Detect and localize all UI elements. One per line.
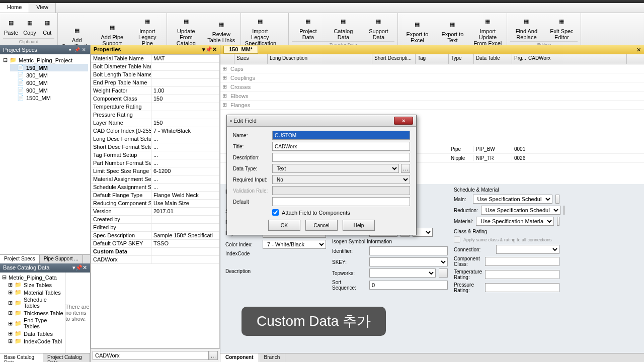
prop-row[interactable]: Part Number Format Setu...: [91, 159, 219, 167]
prop-row[interactable]: Long Desc Format Setup...: [91, 135, 219, 143]
group-row-Crosses[interactable]: ⊞Crosses: [220, 82, 644, 92]
prop-row[interactable]: Component Class150: [91, 95, 219, 103]
ribbon-copy[interactable]: ▦Copy: [22, 16, 37, 37]
group-row-Flanges[interactable]: ⊞Flanges: [220, 101, 644, 110]
spec-300_MM[interactable]: 📄300_MM: [10, 71, 88, 79]
col-header[interactable]: CADWorx: [526, 54, 627, 64]
ribbon-find-and-replace[interactable]: ▦Find And Replace: [510, 14, 542, 41]
attach-field-checkbox[interactable]: [272, 209, 279, 216]
color-index-select[interactable]: 7 - White/Black: [263, 240, 326, 249]
bc-close-icon[interactable]: ✕: [83, 264, 87, 270]
bc-Data-Tables[interactable]: ⊞📁Data Tables: [1, 330, 64, 337]
bc-Schedule-Tables[interactable]: ⊞📁Schedule Tables: [1, 296, 64, 309]
col-header[interactable]: Data Table: [474, 54, 512, 64]
press-rating-input[interactable]: [485, 283, 559, 292]
prop-row[interactable]: Bolt Length Table Name: [91, 71, 219, 79]
col-header[interactable]: Short Descripti...: [372, 54, 416, 64]
base-catalog-tree[interactable]: ⊟ Metric_Piping_Cata ⊞📁Size Tables⊞📁Mate…: [0, 273, 65, 353]
col-header[interactable]: Sizes: [234, 54, 268, 64]
group-row-Elbows[interactable]: ⊞Elbows: [220, 92, 644, 101]
bc-Size-Tables[interactable]: ⊞📁Size Tables: [1, 281, 64, 289]
prop-row[interactable]: Tag Format Setup...: [91, 151, 219, 159]
ribbon-exit-spec-editor[interactable]: ▦Exit Spec Editor: [545, 14, 578, 41]
footer-tab-component[interactable]: Component: [220, 353, 259, 362]
props-close-icon[interactable]: ✕: [212, 46, 217, 52]
prop-row[interactable]: Default OTAP SKEYTSSO: [91, 240, 219, 248]
prop-row[interactable]: Edited by: [91, 224, 219, 232]
bc-tab-1[interactable]: Project Catalog Data: [43, 353, 90, 362]
description-input[interactable]: [272, 153, 410, 162]
spec-600_MM[interactable]: 📄600_MM: [10, 79, 88, 86]
bc-root[interactable]: ⊟ Metric_Piping_Cata: [1, 274, 64, 281]
spec-1500_MM[interactable]: 📄1500_MM: [10, 94, 88, 102]
prop-row[interactable]: Version2017.01: [91, 208, 219, 216]
prop-row[interactable]: End Prep Table Name: [91, 79, 219, 87]
prop-row[interactable]: Reducing Component SizUse Main Size: [91, 200, 219, 208]
name-input[interactable]: [272, 131, 410, 140]
required-input-select[interactable]: No: [272, 175, 410, 184]
main-btn[interactable]: [555, 195, 559, 204]
spec-150_MM[interactable]: 📄150_MM: [10, 64, 88, 71]
ribbon-export-to-excel[interactable]: ▦Export to Excel: [401, 17, 433, 44]
bc-pin-icon[interactable]: 📌: [75, 264, 83, 270]
spec-900_MM[interactable]: 📄900_MM: [10, 86, 88, 94]
prop-row[interactable]: CAD Color Index [0-255]7 - White/Black: [91, 127, 219, 135]
bc-Thickness-Table[interactable]: ⊞📁Thickness Table: [1, 309, 64, 317]
sheet-close-icon[interactable]: ✕: [636, 47, 641, 53]
ribbon-cut[interactable]: ▦Cut: [40, 16, 54, 37]
tab-view[interactable]: View: [29, 3, 56, 13]
ribbon-update-from-catalog[interactable]: ▦Update From Catalog: [170, 14, 202, 47]
tab-home[interactable]: Home: [0, 3, 29, 13]
prop-row[interactable]: Temperature Rating: [91, 103, 219, 111]
panel-pin-icon[interactable]: 📌: [74, 47, 80, 53]
skey-select[interactable]: [369, 257, 448, 266]
prop-row[interactable]: Layer Name150: [91, 119, 219, 127]
prop-row[interactable]: Material Table NameMAT: [91, 55, 219, 63]
panel-dropdown-icon[interactable]: ▾: [67, 47, 73, 53]
prop-row[interactable]: Weight Factor1.00: [91, 87, 219, 95]
cancel-button[interactable]: Cancel: [305, 220, 338, 231]
title-input[interactable]: [272, 142, 410, 151]
prop-row[interactable]: Spec DescriptionSample 150# Specificati: [91, 232, 219, 240]
default-input[interactable]: [272, 197, 410, 206]
reduction-select[interactable]: Use Specification Schedul: [481, 206, 560, 215]
group-row-Couplings[interactable]: ⊞Couplings: [220, 73, 644, 82]
prop-row[interactable]: Created by: [91, 216, 219, 224]
ribbon-import-update-from-excel[interactable]: ▦Import Update From Excel: [471, 14, 504, 47]
col-header[interactable]: Prg...: [512, 54, 526, 64]
comp-class-input[interactable]: [485, 257, 559, 266]
help-button[interactable]: Help: [343, 220, 375, 231]
ribbon-catalog-data[interactable]: ▦Catalog Data: [327, 14, 359, 41]
prop-row[interactable]: Material Assignment Setu...: [91, 175, 219, 184]
props-pin-icon[interactable]: 📌: [205, 46, 212, 52]
topworks-select[interactable]: [369, 268, 436, 278]
prop-row[interactable]: Schedule Assignment Set...: [91, 184, 219, 192]
connection-select[interactable]: [496, 245, 559, 254]
panel-close-icon[interactable]: ✕: [81, 47, 87, 53]
ribbon-support-data[interactable]: ▦Support Data: [362, 14, 394, 41]
ps-tab-0[interactable]: Project Specs: [0, 255, 40, 263]
reduction-btn[interactable]: [564, 206, 565, 215]
data-type-more-button[interactable]: …: [401, 164, 410, 173]
prop-row[interactable]: Limit Spec Size Range To6-1200: [91, 167, 219, 175]
col-header[interactable]: Tag: [416, 54, 449, 64]
temp-rating-input[interactable]: [485, 270, 559, 279]
custom-data-field[interactable]: [93, 351, 209, 360]
prop-row[interactable]: Pressure Rating: [91, 111, 219, 119]
sort-seq-input[interactable]: [369, 281, 448, 290]
prop-row[interactable]: Default Flange TypeFlange Weld Neck: [91, 192, 219, 200]
ribbon-import-legacy-specification[interactable]: ▦Import Legacy Specification: [244, 14, 276, 47]
project-root[interactable]: ⊟ 📁 Metric_Piping_Project: [2, 56, 88, 64]
group-row-Caps[interactable]: ⊞Caps: [220, 64, 644, 73]
properties-grid[interactable]: Material Table NameMATBolt Diameter Tabl…: [91, 54, 220, 348]
ribbon-paste[interactable]: ▦Paste: [3, 16, 19, 37]
ok-button[interactable]: OK: [268, 220, 300, 231]
bc-Material-Tables[interactable]: ⊞📁Material Tables: [1, 289, 64, 296]
dialog-close-button[interactable]: ✕: [394, 117, 413, 125]
bc-tab-0[interactable]: Base Catalog Data: [0, 353, 43, 362]
custom-data-edit-button[interactable]: …: [209, 351, 218, 360]
main-select[interactable]: Use Specification Schedul: [473, 195, 552, 204]
ps-tab-1[interactable]: Pipe Support ...: [40, 255, 83, 263]
col-header[interactable]: [220, 54, 234, 64]
identifier-input[interactable]: [369, 246, 448, 255]
